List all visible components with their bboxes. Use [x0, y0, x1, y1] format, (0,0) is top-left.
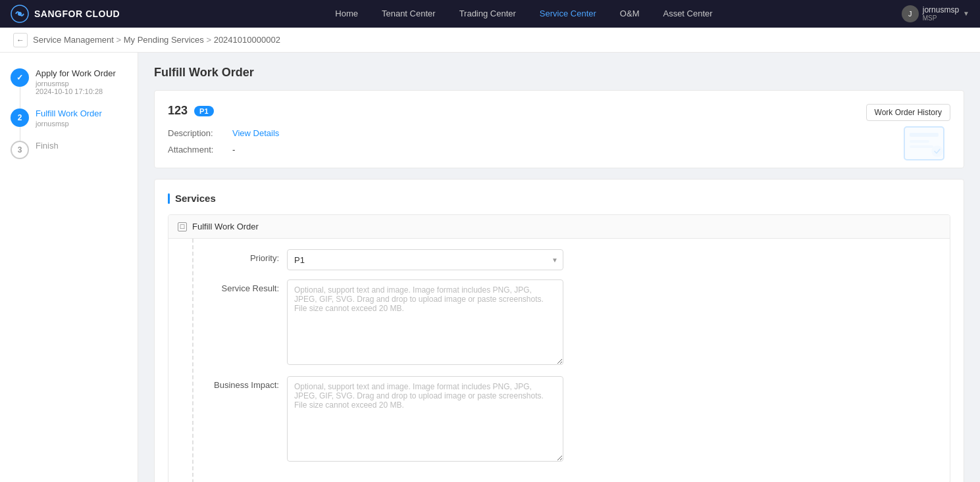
checkbox-icon: ☐ — [178, 222, 187, 231]
priority-badge: P1 — [194, 106, 213, 116]
nav-home[interactable]: Home — [323, 0, 370, 28]
page-title: Fulfill Work Order — [154, 66, 964, 80]
step-title-apply: Apply for Work Order — [36, 68, 127, 78]
business-impact-row: Business Impact: — [207, 376, 926, 464]
nav-service[interactable]: Service Center — [528, 0, 608, 28]
step-title-fulfill: Fulfill Work Order — [36, 108, 127, 118]
section-bar — [168, 193, 170, 204]
chevron-down-icon: ▼ — [963, 10, 969, 17]
fulfill-subheader-title: Fulfill Work Order — [192, 222, 259, 231]
main-layout: ✓ Apply for Work Order jornusmsp 2024-10… — [0, 53, 980, 482]
view-details-link[interactable]: View Details — [232, 128, 279, 138]
nav-trading[interactable]: Trading Center — [448, 0, 528, 28]
business-impact-control — [287, 376, 563, 464]
breadcrumb-pending-services[interactable]: My Pending Services — [124, 35, 204, 45]
priority-control: P1 P2 P3 P4 ▼ — [287, 249, 563, 270]
logo: SANGFOR CLOUD — [11, 5, 120, 23]
step-user-fulfill: jornusmsp — [36, 120, 127, 128]
breadcrumb: ← Service Management > My Pending Servic… — [0, 28, 980, 53]
step-apply: ✓ Apply for Work Order jornusmsp 2024-10… — [11, 68, 127, 95]
work-order-illustration — [898, 124, 950, 163]
section-header: Services — [168, 193, 950, 204]
nav-om[interactable]: O&M — [608, 0, 652, 28]
description-label: Description: — [168, 128, 227, 138]
priority-select-wrapper: P1 P2 P3 P4 ▼ — [287, 249, 563, 270]
description-row: Description: View Details — [168, 128, 950, 138]
service-result-row: Service Result: — [207, 279, 926, 367]
business-impact-label: Business Impact: — [207, 376, 279, 390]
svg-point-6 — [932, 146, 942, 157]
attachment-label: Attachment: — [168, 145, 227, 155]
priority-label: Priority: — [207, 249, 279, 263]
step-circle-apply: ✓ — [11, 68, 29, 87]
attachment-value: - — [232, 145, 235, 155]
svg-rect-3 — [910, 133, 939, 137]
priority-select[interactable]: P1 P2 P3 P4 — [287, 249, 563, 270]
attachment-row: Attachment: - — [168, 145, 950, 155]
back-button[interactable]: ← — [13, 33, 28, 47]
fulfill-subheader: ☐ Fulfill Work Order — [168, 215, 950, 239]
step-time-apply: 2024-10-10 17:10:28 — [36, 87, 127, 95]
breadcrumb-service-management[interactable]: Service Management — [33, 35, 114, 45]
breadcrumb-sep-2: > — [206, 35, 213, 45]
fulfill-subsection: ☐ Fulfill Work Order Priority: P1 — [168, 214, 950, 482]
nav-tenant[interactable]: Tenant Center — [370, 0, 448, 28]
service-result-label: Service Result: — [207, 279, 279, 293]
nav-asset[interactable]: Asset Center — [651, 0, 724, 28]
logo-text: SANGFOR CLOUD — [34, 9, 120, 19]
svg-point-1 — [18, 12, 22, 16]
sidebar: ✓ Apply for Work Order jornusmsp 2024-10… — [0, 53, 138, 482]
svg-rect-5 — [910, 145, 933, 148]
work-order-card: 123 P1 Work Order History Description: V… — [154, 90, 964, 168]
fulfill-form: Priority: P1 P2 P3 P4 ▼ — [192, 239, 939, 482]
services-section: Services ☐ Fulfill Work Order Priority: — [154, 179, 964, 482]
svg-rect-4 — [910, 140, 929, 143]
step-fulfill: 2 Fulfill Work Order jornusmsp — [11, 108, 127, 128]
work-order-history-button[interactable]: Work Order History — [866, 104, 950, 121]
content-area: Fulfill Work Order 123 P1 Work Order His… — [138, 53, 980, 482]
breadcrumb-sep-1: > — [116, 35, 123, 45]
step-circle-finish: 3 — [11, 141, 29, 159]
user-role: MSP — [923, 14, 959, 22]
service-result-control — [287, 279, 563, 367]
nav-links: Home Tenant Center Trading Center Servic… — [146, 0, 902, 28]
section-title: Services — [175, 193, 216, 204]
business-impact-textarea[interactable] — [287, 376, 563, 462]
breadcrumb-order-id: 20241010000002 — [214, 35, 280, 45]
priority-row: Priority: P1 P2 P3 P4 ▼ — [207, 249, 926, 270]
step-user-apply: jornusmsp — [36, 80, 127, 87]
step-finish: 3 Finish — [11, 141, 127, 159]
user-name: jornusmsp — [923, 5, 959, 14]
service-result-textarea[interactable] — [287, 279, 563, 365]
work-order-header: 123 P1 — [168, 104, 950, 118]
avatar: J — [902, 5, 919, 22]
step-title-finish: Finish — [36, 141, 127, 151]
work-order-meta: Description: View Details Attachment: - — [168, 128, 950, 155]
top-navigation: SANGFOR CLOUD Home Tenant Center Trading… — [0, 0, 980, 28]
user-menu[interactable]: J jornusmsp MSP ▼ — [902, 5, 969, 22]
work-order-id: 123 — [168, 104, 188, 118]
step-circle-fulfill: 2 — [11, 108, 29, 127]
